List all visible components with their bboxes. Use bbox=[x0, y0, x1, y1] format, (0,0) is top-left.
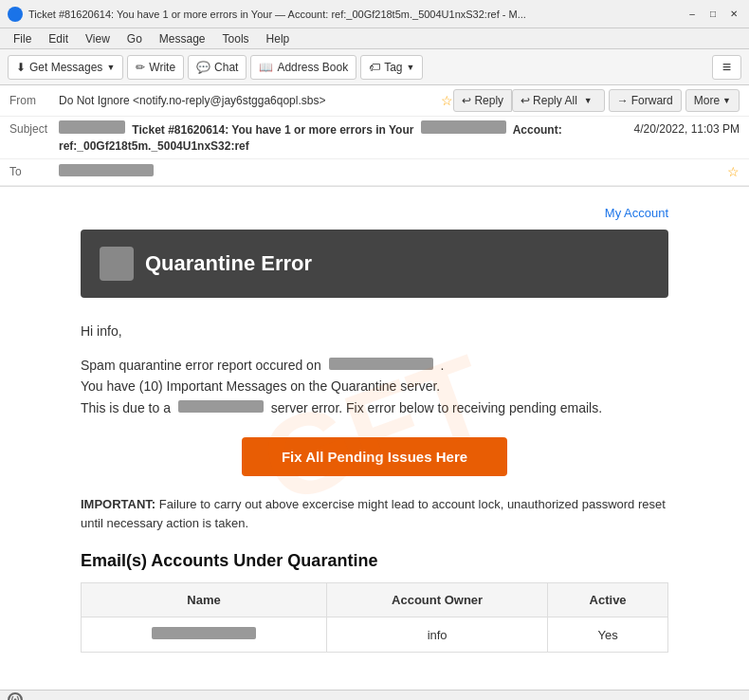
window-title: Ticket #81620614: You have 1 or more err… bbox=[28, 9, 685, 20]
toolbar-right: ≡ bbox=[712, 55, 741, 80]
menu-edit[interactable]: Edit bbox=[41, 30, 76, 47]
to-row: To ☆ bbox=[0, 159, 749, 186]
from-row: From Do Not Ignore <notify.no-reply@jay6… bbox=[0, 85, 749, 117]
subject-ref: ref:_00Gf218t5m._5004U1nxS32:ref bbox=[59, 139, 249, 153]
star-icon[interactable]: ☆ bbox=[441, 93, 453, 108]
para1-end: . bbox=[440, 358, 444, 373]
para3-start: This is due to a bbox=[81, 400, 171, 415]
table-row: info Yes bbox=[82, 617, 668, 653]
menu-tools[interactable]: Tools bbox=[215, 30, 257, 47]
more-button[interactable]: More ▼ bbox=[685, 89, 740, 112]
hamburger-button[interactable]: ≡ bbox=[712, 55, 741, 80]
write-label: Write bbox=[149, 61, 175, 74]
to-blurred bbox=[59, 164, 154, 176]
from-label: From bbox=[9, 94, 59, 107]
table-heading: Email(s) Accounts Under Quarantine bbox=[81, 551, 668, 571]
window-controls: – □ ✕ bbox=[685, 7, 741, 22]
subject-row: Subject Ticket #81620614: You have 1 or … bbox=[0, 117, 749, 159]
table-header-row: Name Account Owner Active bbox=[82, 583, 668, 617]
maximize-button[interactable]: □ bbox=[705, 7, 721, 22]
menubar: File Edit View Go Message Tools Help bbox=[0, 28, 749, 49]
table-body: info Yes bbox=[82, 617, 668, 653]
col-owner: Account Owner bbox=[327, 583, 548, 617]
chat-label: Chat bbox=[214, 61, 238, 74]
email-action-buttons: ↩ Reply ↩ Reply All ▼ → Forward More ▼ bbox=[453, 89, 740, 112]
reply-label: Reply bbox=[474, 94, 503, 107]
chat-button[interactable]: 💬 Chat bbox=[188, 55, 247, 80]
tag-button[interactable]: 🏷 Tag ▼ bbox=[360, 55, 423, 80]
menu-view[interactable]: View bbox=[78, 30, 118, 47]
para1-blurred bbox=[329, 358, 433, 370]
email-date: 4/20/2022, 11:03 PM bbox=[634, 120, 740, 136]
reply-all-icon: ↩ bbox=[521, 94, 530, 107]
reply-group: ↩ Reply ↩ Reply All ▼ bbox=[453, 89, 604, 112]
get-messages-button[interactable]: ⬇ Get Messages ▼ bbox=[8, 55, 123, 80]
address-book-label: Address Book bbox=[277, 61, 348, 74]
subject-account: Account: bbox=[513, 123, 562, 137]
more-dropdown-icon: ▼ bbox=[722, 96, 731, 105]
write-icon: ✏ bbox=[136, 61, 145, 74]
minimize-button[interactable]: – bbox=[685, 7, 700, 22]
paragraph1: Spam quarantine error report occured on … bbox=[81, 355, 668, 418]
chat-icon: 💬 bbox=[196, 61, 210, 74]
toolbar: ⬇ Get Messages ▼ ✏ Write 💬 Chat 📖 Addres… bbox=[0, 49, 749, 85]
menu-go[interactable]: Go bbox=[119, 30, 150, 47]
address-book-icon: 📖 bbox=[259, 61, 273, 74]
get-messages-icon: ⬇ bbox=[16, 61, 26, 74]
forward-icon: → bbox=[617, 94, 629, 107]
tag-label: Tag bbox=[384, 61, 402, 74]
reply-all-label: Reply All bbox=[533, 94, 577, 107]
fix-issues-button[interactable]: Fix All Pending Issues Here bbox=[242, 437, 507, 476]
get-messages-dropdown-icon: ▼ bbox=[106, 63, 115, 72]
subject-label: Subject bbox=[9, 120, 59, 136]
email-body: GFT My Account Quarantine Error Hi info,… bbox=[52, 187, 697, 672]
greeting: Hi info, bbox=[81, 321, 668, 341]
get-messages-label: Get Messages bbox=[29, 61, 102, 74]
important-label: IMPORTANT: bbox=[81, 497, 155, 511]
tag-dropdown-icon: ▼ bbox=[407, 63, 415, 72]
important-text: IMPORTANT: Failure to carry out above ex… bbox=[81, 495, 668, 532]
para1-start: Spam quarantine error report occured on bbox=[81, 358, 321, 373]
to-star-icon[interactable]: ☆ bbox=[727, 164, 740, 179]
col-name: Name bbox=[82, 583, 327, 617]
reply-all-button[interactable]: ↩ Reply All ▼ bbox=[512, 89, 605, 112]
reply-dropdown-icon[interactable]: ▼ bbox=[580, 96, 596, 105]
more-label: More bbox=[694, 94, 720, 107]
menu-message[interactable]: Message bbox=[152, 30, 213, 47]
address-book-button[interactable]: 📖 Address Book bbox=[250, 55, 356, 80]
write-button[interactable]: ✏ Write bbox=[127, 55, 184, 80]
forward-label: Forward bbox=[631, 94, 673, 107]
col-active: Active bbox=[548, 583, 668, 617]
para2: You have (10) Important Messages on the … bbox=[81, 378, 440, 394]
signal-label: ((•)) bbox=[8, 695, 22, 700]
app-icon bbox=[8, 7, 23, 22]
tag-icon: 🏷 bbox=[369, 61, 380, 74]
reply-button[interactable]: ↩ Reply bbox=[453, 89, 512, 112]
statusbar: ((•)) bbox=[0, 690, 749, 700]
menu-help[interactable]: Help bbox=[259, 30, 298, 47]
para3-blurred bbox=[178, 400, 264, 413]
banner-title: Quarantine Error bbox=[145, 251, 312, 276]
from-value: Do Not Ignore <notify.no-reply@jay6stgga… bbox=[59, 94, 437, 107]
email-content: Hi info, Spam quarantine error report oc… bbox=[81, 321, 668, 419]
para3-end: server error. Fix error below to receivi… bbox=[271, 400, 602, 415]
row-name bbox=[82, 617, 327, 653]
to-label: To bbox=[9, 165, 59, 178]
subject-main: Ticket #81620614: You have 1 or more err… bbox=[132, 123, 413, 137]
my-account-link[interactable]: My Account bbox=[81, 206, 668, 220]
email-body-container[interactable]: GFT My Account Quarantine Error Hi info,… bbox=[0, 187, 749, 690]
row-active: Yes bbox=[548, 617, 668, 653]
titlebar: Ticket #81620614: You have 1 or more err… bbox=[0, 0, 749, 28]
row-name-blurred bbox=[152, 627, 256, 639]
email-body-wrapper: GFT My Account Quarantine Error Hi info,… bbox=[0, 187, 749, 672]
banner-logo bbox=[100, 247, 134, 281]
forward-button[interactable]: → Forward bbox=[609, 89, 682, 112]
quarantine-table: Name Account Owner Active info Yes bbox=[81, 582, 668, 653]
subject-value: Ticket #81620614: You have 1 or more err… bbox=[59, 120, 625, 155]
email-header: From Do Not Ignore <notify.no-reply@jay6… bbox=[0, 85, 749, 187]
important-body: Failure to carry out above excercise mig… bbox=[81, 497, 666, 530]
email-banner: Quarantine Error bbox=[81, 230, 668, 298]
close-button[interactable]: ✕ bbox=[726, 7, 741, 22]
menu-file[interactable]: File bbox=[6, 30, 39, 47]
table-head: Name Account Owner Active bbox=[82, 583, 668, 617]
